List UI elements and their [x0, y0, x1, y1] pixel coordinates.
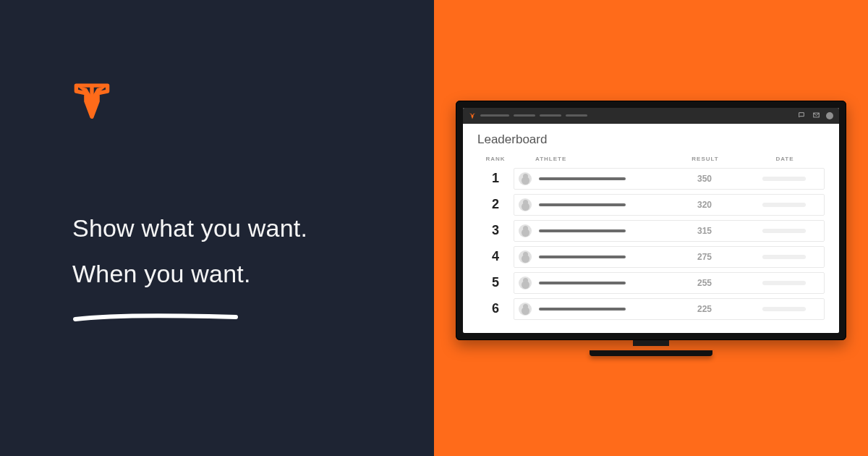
athlete-name-placeholder [539, 203, 626, 206]
athlete-cell[interactable] [519, 224, 665, 237]
mail-icon[interactable] [811, 111, 822, 120]
rank-number: 5 [477, 275, 514, 290]
monitor-stand-base [456, 350, 846, 356]
athlete-cell[interactable] [519, 198, 665, 211]
date-cell [744, 229, 824, 233]
athlete-cell[interactable] [519, 250, 665, 263]
leaderboard-header: RANK ATHLETE RESULT DATE [477, 153, 825, 168]
date-cell [744, 177, 824, 181]
athlete-name-placeholder [539, 256, 626, 258]
showcase-panel: Leaderboard RANK ATHLETE RESULT DATE 1 3… [434, 0, 868, 456]
app-topbar [463, 108, 839, 124]
date-cell [744, 255, 824, 259]
leaderboard: Leaderboard RANK ATHLETE RESULT DATE 1 3… [463, 124, 839, 333]
col-date: DATE [745, 153, 825, 168]
nav-item[interactable] [480, 114, 509, 117]
athlete-name-placeholder [539, 177, 626, 180]
athlete-avatar-icon [519, 303, 532, 316]
athlete-cell[interactable] [519, 276, 665, 290]
col-rank: RANK [477, 153, 514, 168]
date-cell [744, 281, 824, 285]
result-value: 255 [665, 278, 744, 288]
athlete-cell[interactable] [519, 303, 665, 316]
result-value: 350 [665, 174, 744, 184]
athlete-avatar-icon [519, 276, 532, 290]
athlete-avatar-icon [519, 224, 532, 237]
date-placeholder [762, 229, 806, 233]
date-placeholder [762, 203, 806, 207]
col-athlete: ATHLETE [514, 153, 665, 168]
athlete-cell[interactable] [519, 172, 665, 185]
monitor-stand-neck [456, 340, 846, 350]
athlete-name-placeholder [539, 308, 626, 311]
athlete-avatar-icon [519, 172, 532, 185]
date-cell [744, 203, 824, 207]
rank-number: 4 [477, 249, 514, 264]
nav-item[interactable] [566, 114, 587, 117]
result-value: 320 [665, 200, 744, 210]
result-value: 315 [665, 226, 744, 236]
athlete-avatar-icon [519, 250, 532, 263]
rank-number: 3 [477, 223, 514, 238]
hero-line-1: Show what you want. [72, 206, 362, 251]
leaderboard-rows: 1 350 2 320 [477, 168, 825, 320]
monitor-bezel: Leaderboard RANK ATHLETE RESULT DATE 1 3… [456, 101, 846, 340]
date-placeholder [762, 255, 806, 259]
hero-headline: Show what you want. When you want. [72, 206, 362, 297]
nav-item[interactable] [514, 114, 535, 117]
user-avatar-icon[interactable] [826, 112, 833, 119]
leaderboard-row: 3 315 [477, 220, 825, 242]
leaderboard-row: 5 255 [477, 272, 825, 294]
monitor-mockup: Leaderboard RANK ATHLETE RESULT DATE 1 3… [456, 101, 846, 356]
chat-icon[interactable] [796, 111, 807, 120]
date-placeholder [762, 177, 806, 181]
col-result: RESULT [665, 153, 745, 168]
rank-number: 2 [477, 197, 514, 212]
brand-logo-icon [469, 112, 476, 119]
rank-number: 1 [477, 171, 514, 186]
leaderboard-row: 1 350 [477, 168, 825, 190]
app-screen: Leaderboard RANK ATHLETE RESULT DATE 1 3… [463, 108, 839, 333]
leaderboard-title: Leaderboard [477, 132, 825, 147]
result-value: 275 [665, 252, 744, 262]
date-cell [744, 307, 824, 311]
date-placeholder [762, 281, 806, 285]
leaderboard-row: 6 225 [477, 298, 825, 320]
athlete-name-placeholder [539, 282, 626, 284]
brand-logo [72, 80, 362, 119]
leaderboard-row: 2 320 [477, 194, 825, 216]
hero-panel: Show what you want. When you want. [0, 0, 434, 456]
date-placeholder [762, 307, 806, 311]
result-value: 225 [665, 304, 744, 314]
hero-line-2: When you want. [72, 251, 362, 297]
nav-item[interactable] [540, 114, 561, 117]
rank-number: 6 [477, 301, 514, 316]
hero-underline [72, 313, 362, 323]
leaderboard-row: 4 275 [477, 246, 825, 268]
athlete-avatar-icon [519, 198, 532, 211]
athlete-name-placeholder [539, 229, 626, 232]
